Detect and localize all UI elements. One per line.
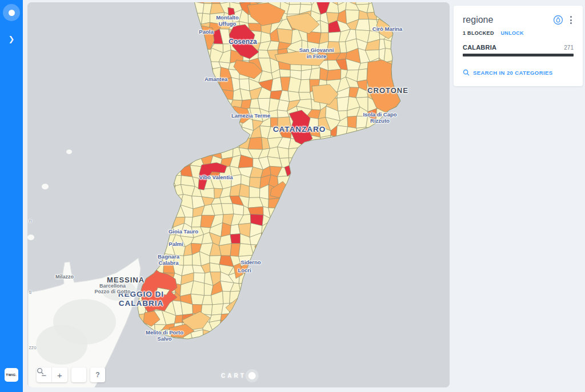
search-icon <box>463 69 470 76</box>
sidebar-toggle-button[interactable] <box>3 4 20 21</box>
twig-logo-dot: . <box>16 373 17 377</box>
widget-lock-droplet-icon[interactable] <box>552 14 564 26</box>
widget-menu-icon[interactable] <box>568 15 574 25</box>
carto-o-icon <box>249 372 256 379</box>
category-value: 271 <box>564 45 574 51</box>
toggle-dot-icon <box>9 10 15 16</box>
map-svg <box>27 2 450 387</box>
carto-attribution[interactable]: CART <box>221 372 256 379</box>
widget-title: regione <box>463 15 552 25</box>
help-button[interactable]: ? <box>90 367 105 382</box>
search-categories-button[interactable]: SEARCH IN 20 CATEGORIES <box>463 69 574 76</box>
twig-logo[interactable]: TWIG. <box>5 368 18 382</box>
zoom-in-button[interactable]: + <box>52 367 67 382</box>
help-label: ? <box>95 371 99 379</box>
twig-logo-text: TWIG <box>6 373 15 377</box>
widget-card: regione 1 BLOCKED UNLOCK CALABRIA 271 SE… <box>454 6 583 86</box>
blocked-count: 1 BLOCKED <box>463 30 494 36</box>
app-sidebar: ❯ TWIG. <box>0 0 23 392</box>
search-map-button[interactable] <box>71 367 86 382</box>
chevron-right-icon[interactable]: ❯ <box>0 33 23 46</box>
widget-panel: regione 1 BLOCKED UNLOCK CALABRIA 271 SE… <box>450 0 585 392</box>
magnifier-icon <box>37 367 44 375</box>
category-name: CALABRIA <box>463 44 496 51</box>
category-row[interactable]: CALABRIA 271 <box>463 44 574 51</box>
choropleth-patch[interactable] <box>228 7 235 15</box>
map-canvas[interactable]: Montalto UffugoPaolaCosenzaSan Giovanni … <box>27 2 450 387</box>
search-categories-label: SEARCH IN 20 CATEGORIES <box>473 70 552 76</box>
category-bar <box>463 54 574 56</box>
carto-letters: CART <box>221 373 246 379</box>
unlock-button[interactable]: UNLOCK <box>501 30 524 36</box>
